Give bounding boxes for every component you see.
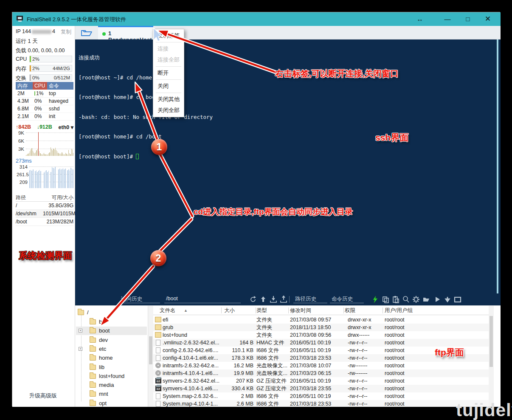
file-row[interactable]: GZ symvers-4.10.4-1.el6....330.4 KBGZ 压缩… — [153, 385, 489, 392]
swap-gauge-label: 交换 — [16, 75, 26, 82]
app-icon — [17, 16, 24, 22]
folder-icon — [90, 328, 96, 333]
upload-rate: 842B — [18, 124, 31, 130]
folder-icon — [90, 392, 96, 397]
gear-icon[interactable] — [412, 296, 420, 303]
menu-separator — [156, 42, 181, 42]
file-row[interactable]: System.map-4.10.4-1...2.6 MBI686 文件2017/… — [153, 400, 489, 407]
expand-icon[interactable]: + — [79, 347, 82, 351]
process-row[interactable]: 6.8M 0% sshd — [16, 105, 73, 113]
file-row[interactable]: lost+found文件夹2017/03/08 09:56drwx------r… — [153, 331, 489, 339]
copy-icon[interactable] — [382, 296, 389, 303]
tree-item-media[interactable]: media — [76, 381, 147, 389]
process-row[interactable]: 2M 1% top — [16, 90, 73, 97]
folder-icon — [90, 365, 96, 370]
path-field[interactable]: /boot — [164, 296, 241, 303]
upload-icon[interactable] — [280, 296, 287, 303]
file-list-scrollbar[interactable] — [489, 306, 494, 407]
process-row[interactable]: 4.3M 0% haveged — [16, 97, 73, 105]
file-row[interactable]: initramfs-4.10.4-1.el6....19.9 MB光盘映像文..… — [153, 369, 489, 377]
file-list-header[interactable]: 文件名 ▲ 大小 类型 修改时间 权限 用户/用户组 — [153, 306, 489, 315]
tree-scrollbar[interactable] — [148, 306, 153, 407]
command-history-field[interactable]: 命令历史 — [330, 296, 364, 303]
folder-icon — [155, 332, 161, 338]
menu-item-disconnect[interactable]: 断开 — [153, 68, 184, 79]
file-row[interactable]: GZ symvers-2.6.32-642.el...207 KBGZ 压缩文件… — [153, 377, 489, 385]
file-icon — [156, 393, 160, 399]
menu-item-close-all[interactable]: 关闭全部 — [153, 105, 184, 116]
file-row[interactable]: initramfs-2.6.32-642.e...16.2 MB光盘映像文...… — [153, 362, 489, 369]
tree-item-lost-found[interactable]: lost+found — [76, 372, 147, 381]
folder-icon — [90, 319, 96, 324]
copy-ip-button[interactable]: 复制 — [61, 28, 71, 36]
interface-selector[interactable]: eth0 ▾ — [59, 124, 73, 130]
search-icon[interactable] — [402, 296, 410, 303]
disk-row[interactable]: /boot 213M/282M — [16, 218, 73, 226]
expand-icon[interactable]: + — [79, 329, 82, 333]
swap-detail: 0/512M — [54, 75, 70, 80]
col-size[interactable]: 大小 — [224, 306, 235, 315]
minimize-button[interactable]: — — [439, 12, 456, 26]
tree-item-opt[interactable]: opt — [76, 399, 147, 407]
tree-item-etc[interactable]: + etc — [76, 345, 147, 353]
menu-item-close[interactable]: 关闭 — [153, 81, 184, 92]
folder-icon — [90, 338, 96, 343]
refresh-icon[interactable] — [249, 296, 257, 303]
sort-asc-icon: ▲ — [184, 306, 188, 315]
process-row[interactable]: 2.1M 0% init — [16, 113, 73, 120]
parent-dir-icon[interactable] — [259, 296, 267, 303]
step-badge-2: 2 — [150, 250, 166, 266]
close-button[interactable]: ✕ — [479, 12, 496, 26]
tree-item-bin[interactable]: bin — [76, 318, 147, 326]
paste-icon[interactable] — [392, 296, 399, 303]
folder-icon — [78, 310, 84, 315]
col-owner[interactable]: 用户/用户组 — [385, 306, 413, 315]
file-row[interactable]: System.map-2.6.32-6...2 MBI686 文件2016/05… — [153, 392, 489, 400]
download-rate: 912B — [39, 124, 52, 130]
tree-item-home[interactable]: home — [76, 354, 147, 362]
menu-item-close-others[interactable]: 关闭其他 — [153, 94, 184, 105]
disk-row[interactable]: / 35.8G/39G — [16, 202, 73, 210]
file-row[interactable]: efi文件夹2017/03/08 09:57drwxr-xr-xroot/roo… — [153, 316, 489, 324]
col-mtime[interactable]: 修改时间 — [290, 306, 311, 315]
process-table-header: 内存 CPU 命令 — [16, 82, 73, 90]
tree-item-boot[interactable]: + boot — [76, 327, 147, 335]
title-bar: FinalShell 2.9.5.2 一体化服务器管理软件 ↔ — □ ✕ — [12, 12, 501, 26]
menu-separator — [156, 66, 181, 67]
terminal-cursor — [136, 154, 139, 159]
path-history-field[interactable]: 路径历史 — [293, 296, 327, 303]
access-history-field[interactable]: 访问历史 — [119, 296, 160, 303]
maximize-button[interactable]: □ — [459, 12, 476, 26]
annotation-sysmon: 系统检测界面 — [19, 250, 72, 262]
tree-item-root[interactable]: / — [76, 308, 147, 317]
resize-icon[interactable]: ↔ — [411, 12, 428, 26]
col-type[interactable]: 类型 — [256, 306, 267, 315]
file-row[interactable]: .vmlinuz-2.6.32-642.el...164 BHMAC 文件201… — [153, 339, 489, 347]
col-name[interactable]: 文件名 — [160, 306, 176, 315]
menu-item-copy-tab[interactable]: 复制标签 — [153, 30, 184, 41]
connected-dot-icon — [102, 32, 106, 36]
run-icon[interactable] — [433, 296, 441, 303]
tab-bandwagonhost[interactable]: 1 BandwagonHost — [98, 26, 153, 39]
upgrade-link[interactable]: 升级高级版 — [29, 392, 57, 400]
open-connection-icon[interactable] — [80, 28, 93, 37]
uptime-label: 运行 1 天 — [16, 38, 72, 45]
folder-icon — [155, 317, 161, 322]
down-arrow-icon[interactable] — [444, 296, 451, 303]
swap-percent: 0% — [32, 75, 39, 80]
window-icon[interactable] — [454, 296, 461, 303]
disk-row[interactable]: /dev/shm 1015M/1015M — [16, 210, 73, 218]
annotation-cd-tip: cd进入指定目录,ftp界面会自动同步进入目录 — [194, 206, 353, 217]
col-perm[interactable]: 权限 — [345, 306, 355, 315]
file-row[interactable]: grub文件夹2018/11/13 18:50drwxr-xr-xroot/ro… — [153, 324, 489, 331]
lightning-icon[interactable] — [371, 296, 379, 303]
open-folder-icon[interactable] — [422, 296, 430, 303]
tree-item-mnt[interactable]: mnt — [76, 390, 147, 398]
download-icon[interactable] — [270, 296, 277, 303]
annotation-ftp: ftp界面 — [435, 347, 464, 358]
cpu-percent: 2% — [32, 56, 39, 62]
tree-item-dev[interactable]: dev — [76, 336, 147, 344]
menu-separator — [156, 79, 181, 80]
folder-icon — [155, 324, 161, 330]
tree-item-lib[interactable]: lib — [76, 363, 147, 372]
